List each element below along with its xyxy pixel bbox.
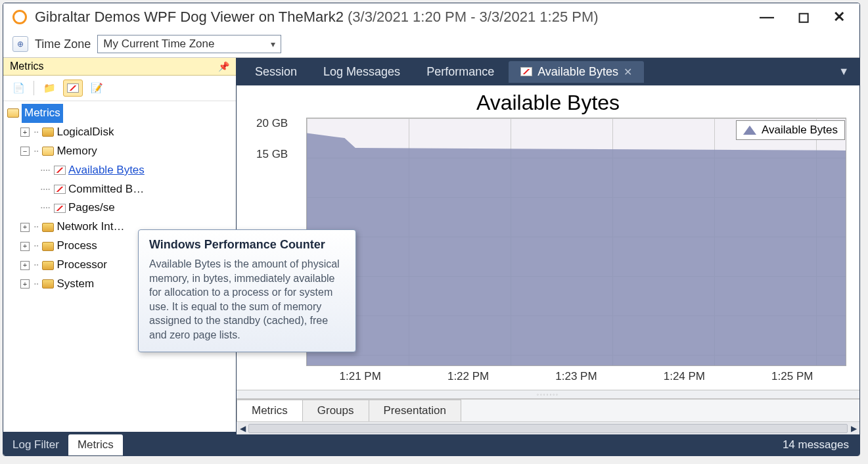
tree-leaf-committed[interactable]: ···· Committed B… xyxy=(39,180,232,199)
timezone-label: Time Zone xyxy=(35,37,91,51)
expand-icon[interactable]: + xyxy=(20,261,30,270)
folder-icon xyxy=(42,261,54,270)
tooltip: Windows Performance Counter Available By… xyxy=(138,229,356,352)
folder-open-icon xyxy=(7,108,19,118)
folders-button[interactable]: 📁 xyxy=(39,80,59,97)
folder-open-icon xyxy=(42,147,54,156)
area-series xyxy=(307,118,846,365)
main-tabs: Session Log Messages Performance Availab… xyxy=(237,58,859,85)
close-button[interactable]: ✕ xyxy=(833,9,845,26)
tab-available-bytes[interactable]: Available Bytes ✕ xyxy=(509,61,644,83)
x-tick: 1:23 PM xyxy=(555,370,597,383)
y-tick: 15 GB xyxy=(256,149,288,160)
scroll-right-icon[interactable]: ▶ xyxy=(848,423,859,434)
tree-node-memory[interactable]: −·· Memory xyxy=(20,142,232,161)
close-tab-icon[interactable]: ✕ xyxy=(624,66,632,78)
collapse-icon[interactable]: − xyxy=(20,147,30,156)
sidebar-header: Metrics 📌 xyxy=(3,58,236,76)
lower-tab-presentation[interactable]: Presentation xyxy=(369,400,461,421)
tab-log-filter[interactable]: Log Filter xyxy=(3,434,68,455)
tree-leaf-available-bytes[interactable]: ···· Available Bytes xyxy=(39,161,232,180)
expand-icon[interactable]: + xyxy=(20,128,30,137)
splitter[interactable]: ◦◦◦◦◦◦◦ xyxy=(237,390,859,399)
tree-root[interactable]: Metrics xyxy=(7,104,232,123)
x-tick: 1:24 PM xyxy=(664,370,705,383)
tree-node-logicaldisk[interactable]: +·· LogicalDisk xyxy=(20,123,232,142)
title-range: (3/3/2021 1:20 PM - 3/3/2021 1:25 PM) xyxy=(348,9,599,25)
lower-tab-metrics[interactable]: Metrics xyxy=(237,400,303,421)
titlebar: Gibraltar Demos WPF Dog Viewer on TheMar… xyxy=(3,3,859,31)
sidebar-title: Metrics xyxy=(10,60,44,72)
tab-metrics[interactable]: Metrics xyxy=(68,434,123,455)
x-axis: 1:21 PM 1:22 PM 1:23 PM 1:24 PM 1:25 PM xyxy=(306,370,846,383)
folder-icon xyxy=(42,223,54,232)
folder-icon xyxy=(42,128,54,137)
expand-icon[interactable]: + xyxy=(20,242,30,251)
app-icon xyxy=(12,10,27,24)
sidebar-toolbar: 📄 📁 📝 xyxy=(3,76,236,101)
legend-triangle-icon xyxy=(743,126,756,135)
chart-icon xyxy=(54,166,66,175)
chart-title: Available Bytes xyxy=(237,85,859,118)
chart-icon xyxy=(54,185,66,194)
scroll-left-icon[interactable]: ◀ xyxy=(237,423,248,434)
chart-icon xyxy=(67,83,79,93)
chart-view-button[interactable] xyxy=(63,80,83,97)
chart-icon xyxy=(520,67,532,76)
tree-leaf-pages-sec[interactable]: ···· Pages/se xyxy=(39,198,232,218)
horizontal-scrollbar[interactable]: ◀ ▶ xyxy=(237,421,859,434)
lower-tabs: Metrics Groups Presentation xyxy=(237,399,859,421)
chevron-down-icon: ▾ xyxy=(271,39,275,49)
legend-label: Available Bytes xyxy=(762,124,838,137)
status-bar: 14 messages xyxy=(237,434,859,455)
folder-icon xyxy=(42,242,54,251)
toolbar: ⊕ Time Zone My Current Time Zone ▾ xyxy=(3,31,859,58)
lower-tab-groups[interactable]: Groups xyxy=(302,400,369,421)
timezone-select[interactable]: My Current Time Zone ▾ xyxy=(97,35,281,53)
settings-button[interactable]: 📝 xyxy=(87,80,106,97)
expand-icon[interactable]: + xyxy=(20,279,30,289)
minimize-button[interactable]: — xyxy=(760,9,774,26)
window-title: Gibraltar Demos WPF Dog Viewer on TheMar… xyxy=(35,9,752,26)
y-axis: 20 GB 15 GB xyxy=(256,118,288,160)
timezone-value: My Current Time Zone xyxy=(103,37,214,51)
x-tick: 1:25 PM xyxy=(771,370,813,383)
expand-icon[interactable]: + xyxy=(20,223,30,232)
tooltip-body: Available Bytes is the amount of physica… xyxy=(149,257,345,342)
x-tick: 1:22 PM xyxy=(447,370,489,383)
x-tick: 1:21 PM xyxy=(340,370,381,383)
add-metric-button[interactable]: 📄 xyxy=(9,80,28,97)
tabs-menu-button[interactable]: ▼ xyxy=(834,66,853,78)
tab-session[interactable]: Session xyxy=(243,61,309,83)
add-timerange-button[interactable]: ⊕ xyxy=(12,36,28,52)
tab-performance[interactable]: Performance xyxy=(415,61,506,83)
tooltip-title: Windows Performance Counter xyxy=(149,238,345,252)
tab-log-messages[interactable]: Log Messages xyxy=(311,61,412,83)
scroll-track[interactable] xyxy=(248,424,848,433)
separator xyxy=(34,81,34,95)
body: Metrics 📌 📄 📁 📝 Metrics +·· LogicalDisk xyxy=(3,58,859,455)
chart-icon xyxy=(54,204,66,213)
folder-icon xyxy=(42,279,54,289)
title-main: Gibraltar Demos WPF Dog Viewer on TheMar… xyxy=(35,9,344,25)
maximize-button[interactable]: ◻ xyxy=(798,9,810,26)
y-tick: 20 GB xyxy=(256,118,288,129)
pin-icon[interactable]: 📌 xyxy=(218,61,229,72)
sidebar-bottom-tabs: Log Filter Metrics xyxy=(3,432,236,455)
chart-legend: Available Bytes xyxy=(736,120,845,140)
status-messages: 14 messages xyxy=(783,438,849,452)
app-window: Gibraltar Demos WPF Dog Viewer on TheMar… xyxy=(3,3,860,456)
tab-available-bytes-label: Available Bytes xyxy=(537,65,618,79)
plot-surface[interactable] xyxy=(306,118,846,366)
